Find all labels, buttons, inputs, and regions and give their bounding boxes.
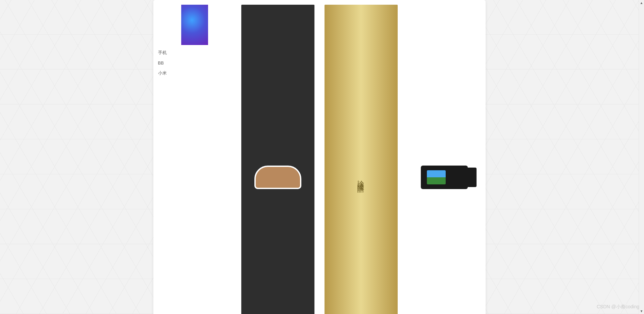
scroll-down-arrow[interactable]: ▼: [640, 308, 643, 314]
product-item[interactable]: 論 語 論 語 商品名称8 BB 品牌8: [325, 5, 398, 314]
products-card: 手机 BB 小米 商品名称7 商品分类7 品牌7 論 語 論 語 商品名称8: [153, 0, 486, 314]
watermark: CSDN @小蔡coding: [597, 304, 639, 310]
product-image-shoes: [241, 5, 314, 314]
product-name: 手机: [158, 50, 231, 56]
product-item[interactable]: 商品名称7 商品分类7 品牌7: [241, 5, 314, 314]
product-item[interactable]: 手机 BB 小米: [158, 5, 231, 314]
product-image-camcorder: [408, 5, 481, 314]
product-image-books: 論 語 論 語: [325, 5, 398, 314]
scroll-up-arrow[interactable]: ▲: [640, 0, 643, 6]
product-image-phone: [158, 5, 231, 45]
product-brand: 小米: [158, 70, 231, 76]
product-item[interactable]: 商品名称6 商品分类6 品牌6: [408, 5, 481, 314]
product-category: BB: [158, 60, 231, 65]
vertical-scrollbar[interactable]: ▲ ▼: [639, 0, 644, 314]
